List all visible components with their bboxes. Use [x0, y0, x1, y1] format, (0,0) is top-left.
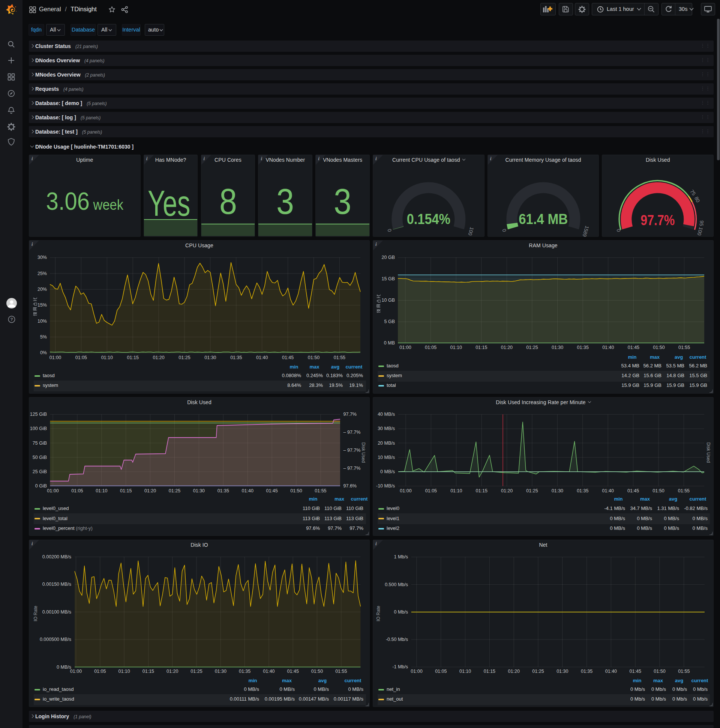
svg-text:01:20: 01:20 [508, 669, 520, 674]
svg-text:01:55: 01:55 [315, 488, 326, 494]
svg-text:?: ? [10, 317, 13, 321]
svg-text:01:55: 01:55 [678, 345, 690, 350]
svg-text:01:25: 01:25 [526, 488, 538, 494]
svg-text:100: 100 [696, 226, 704, 236]
svg-text:01:05: 01:05 [71, 488, 83, 494]
svg-text:01:35: 01:35 [239, 669, 250, 674]
svg-text:01:15: 01:15 [476, 488, 488, 494]
svg-text:– 97.7%: – 97.7% [343, 466, 361, 471]
svg-text:01:50: 01:50 [308, 355, 319, 360]
svg-text:01:55: 01:55 [678, 488, 689, 494]
svg-text:20%: 20% [38, 287, 47, 292]
svg-text:100: 100 [467, 226, 475, 236]
svg-text:01:35: 01:35 [577, 345, 589, 350]
svg-text:5%: 5% [40, 334, 47, 340]
svg-text:25%: 25% [38, 271, 47, 276]
svg-text:01:25: 01:25 [191, 669, 202, 674]
svg-text:01:40: 01:40 [602, 488, 614, 494]
svg-text:01:00: 01:00 [400, 488, 411, 494]
svg-text:20 GB: 20 GB [382, 255, 395, 260]
svg-text:01:30: 01:30 [215, 669, 226, 674]
svg-text:125 GiB: 125 GiB [30, 411, 47, 417]
svg-text:01:45: 01:45 [266, 488, 278, 494]
svg-text:01:35: 01:35 [581, 669, 592, 674]
svg-text:0 MB/s: 0 MB/s [56, 665, 71, 670]
svg-text:01:45: 01:45 [287, 669, 299, 674]
svg-text:01:00: 01:00 [70, 669, 82, 674]
svg-text:01:15: 01:15 [120, 488, 132, 494]
svg-text:01:05: 01:05 [425, 488, 437, 494]
svg-text:75 GiB: 75 GiB [33, 440, 47, 446]
svg-text:30 MB/s: 30 MB/s [378, 426, 395, 431]
svg-text:40 MB/s: 40 MB/s [378, 411, 395, 417]
svg-text:01:05: 01:05 [94, 669, 106, 674]
svg-text:01:10: 01:10 [101, 355, 113, 360]
svg-text:01:30: 01:30 [552, 345, 563, 350]
svg-text:01:40: 01:40 [605, 669, 617, 674]
svg-text:01:25: 01:25 [169, 488, 180, 494]
svg-text:0.500 Mb/s: 0.500 Mb/s [385, 582, 408, 587]
svg-text:01:20: 01:20 [144, 488, 156, 494]
svg-text:5 GB: 5 GB [384, 319, 395, 324]
svg-text:01:30: 01:30 [193, 488, 205, 494]
svg-text:80: 80 [693, 196, 701, 203]
svg-text:01:50: 01:50 [653, 488, 664, 494]
svg-text:01:45: 01:45 [628, 345, 639, 350]
svg-text:01:05: 01:05 [425, 345, 436, 350]
svg-text:-10 MB/s: -10 MB/s [376, 483, 395, 489]
svg-text:0%: 0% [40, 350, 47, 355]
svg-text:01:35: 01:35 [577, 488, 588, 494]
svg-text:01:50: 01:50 [654, 669, 665, 674]
svg-text:0 GiB: 0 GiB [35, 483, 47, 489]
svg-text:15%: 15% [38, 303, 47, 308]
svg-text:01:55: 01:55 [678, 669, 689, 674]
svg-text:01:50: 01:50 [311, 669, 323, 674]
svg-text:97.7%: 97.7% [641, 213, 675, 228]
svg-text:01:10: 01:10 [450, 345, 462, 350]
svg-text:50 GiB: 50 GiB [33, 455, 47, 460]
svg-text:01:20: 01:20 [501, 345, 513, 350]
svg-text:0 MB: 0 MB [384, 340, 395, 346]
svg-text:15 GB: 15 GB [382, 276, 395, 281]
svg-text:01:55: 01:55 [335, 669, 347, 674]
svg-text:10 GB: 10 GB [382, 298, 395, 303]
svg-text:01:45: 01:45 [282, 355, 294, 360]
svg-text:95: 95 [699, 220, 705, 226]
svg-text:01:40: 01:40 [242, 488, 253, 494]
svg-text:-0.50 Mb/s: -0.50 Mb/s [386, 637, 408, 642]
svg-text:0.000500 MB/s: 0.000500 MB/s [40, 637, 71, 642]
svg-text:01:10: 01:10 [118, 669, 130, 674]
svg-text:01:55: 01:55 [334, 355, 345, 360]
svg-text:01:05: 01:05 [75, 355, 87, 360]
svg-text:0.00150 MB/s: 0.00150 MB/s [43, 582, 71, 587]
svg-text:0: 0 [501, 228, 507, 232]
svg-text:01:25: 01:25 [526, 345, 538, 350]
svg-text:01:20: 01:20 [153, 355, 164, 360]
svg-text:01:15: 01:15 [142, 669, 154, 674]
svg-text:0: 0 [616, 228, 622, 232]
svg-text:01:50: 01:50 [653, 345, 665, 350]
svg-text:1 Mb/s: 1 Mb/s [394, 554, 408, 560]
svg-text:01:15: 01:15 [476, 345, 487, 350]
svg-text:0.00100 MB/s: 0.00100 MB/s [43, 609, 71, 615]
svg-text:01:25: 01:25 [532, 669, 544, 674]
svg-text:– 97.7%: – 97.7% [343, 448, 361, 453]
svg-text:01:10: 01:10 [459, 669, 471, 674]
svg-text:10 MB/s: 10 MB/s [378, 455, 395, 460]
svg-text:100 GiB: 100 GiB [30, 426, 47, 431]
svg-text:0.154%: 0.154% [407, 211, 450, 227]
svg-text:0: 0 [386, 228, 392, 232]
svg-text:01:20: 01:20 [166, 669, 178, 674]
svg-text:01:45: 01:45 [630, 669, 641, 674]
svg-text:01:00: 01:00 [400, 345, 411, 350]
svg-text:01:10: 01:10 [96, 488, 107, 494]
svg-text:01:35: 01:35 [218, 488, 229, 494]
svg-text:01:40: 01:40 [256, 355, 268, 360]
svg-text:01:50: 01:50 [290, 488, 302, 494]
svg-text:97.7%: 97.7% [343, 411, 357, 417]
svg-text:01:40: 01:40 [263, 669, 275, 674]
svg-text:20 MB/s: 20 MB/s [378, 440, 395, 446]
svg-text:25 GiB: 25 GiB [33, 469, 47, 474]
svg-text:– 97.7%: – 97.7% [343, 430, 361, 435]
svg-text:-1 Mb/s: -1 Mb/s [392, 664, 408, 670]
